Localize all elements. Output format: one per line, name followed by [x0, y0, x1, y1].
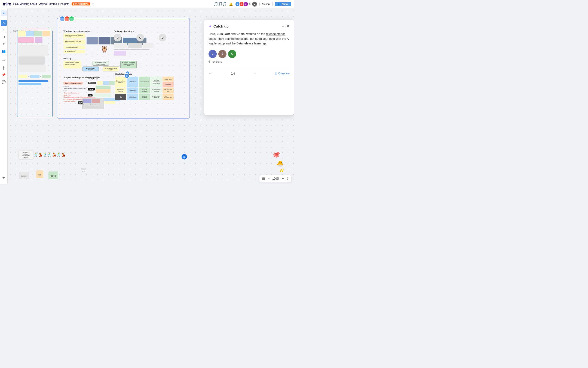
flow-node-entrypoint[interactable]: Entrypoint for Insights	[82, 67, 99, 71]
beta-label: Beta	[88, 88, 95, 91]
delivery-sticky-b1[interactable]	[114, 51, 126, 56]
goal-sticky-ga[interactable]: GA	[115, 94, 126, 100]
scope-badge-text: Board → AI canvas insights	[65, 82, 81, 84]
sidebar-people[interactable]: 👥	[1, 48, 7, 54]
toolbar-grid-icon[interactable]: ⊞	[262, 176, 265, 181]
nav-current: 2	[231, 72, 232, 75]
overview-button[interactable]: ⊡ Overview	[275, 72, 290, 75]
goal-sticky-beta[interactable]: Beta release learnings	[115, 88, 126, 93]
toolbar-zoom-out-button[interactable]: −	[267, 176, 270, 181]
sidebar-ai-sparkle[interactable]: ✦	[1, 10, 7, 16]
sticky-done-4[interactable]: AI Insights POC	[63, 50, 85, 53]
dropdown-arrow-icon[interactable]: ▾	[92, 2, 94, 5]
ga-sticky-scope[interactable]	[93, 93, 111, 97]
sidebar-add[interactable]: +	[1, 175, 7, 181]
sidebar-pen[interactable]: ✏	[1, 58, 7, 64]
present-button[interactable]: Present	[259, 2, 273, 6]
miro-logo: miro	[3, 2, 11, 7]
sticky-next-1[interactable]: Board Insights UX for mirrorer release	[63, 61, 81, 68]
nav-indicator: 2/4	[231, 72, 235, 75]
mironeer-sticky-1[interactable]	[97, 81, 103, 85]
link-scope[interactable]: scope	[240, 37, 248, 40]
avatar-user3: J	[243, 2, 248, 7]
left-sidebar: ✦ ↖ ⊞ 🗒 T 👥 ✏ ╋ 📌 💬 +	[0, 8, 8, 184]
music-controls-icon[interactable]: 🎵🎵🎵	[214, 2, 227, 6]
sidebar-notes[interactable]: 🗒	[1, 34, 7, 40]
avatar-count: 3	[249, 3, 250, 5]
bell-icon: 🔔	[229, 2, 233, 6]
goal-sticky-ux1[interactable]: UX feedback	[127, 77, 138, 87]
mini-diagram-2	[19, 56, 45, 65]
i-care-text: I care for:	[81, 168, 87, 173]
delivery-sticky-2[interactable]	[128, 43, 142, 48]
catchup-close-button[interactable]: ✕	[286, 24, 290, 28]
good-card[interactable]: good	[48, 171, 58, 179]
goal-sticky-ux2[interactable]: UX feedback	[127, 88, 138, 93]
topbar-right: 🎵🎵🎵 🔔 L V J 3 U Present 👥 Share	[214, 1, 291, 7]
goal-sticky-ai-perf[interactable]: AI output performance links to sticky	[151, 77, 162, 87]
mironeer-sticky-3[interactable]	[109, 81, 115, 85]
catchup-minimize-button[interactable]: −	[282, 24, 284, 28]
goal-sticky-beta-tars[interactable]: Beta TARS/use-case	[163, 88, 174, 93]
flow-node-temp[interactable]: Temporary storage of insights	[103, 67, 119, 71]
sidebar-ruler[interactable]: ╋	[1, 65, 7, 71]
overview-icon: ⊡	[275, 72, 277, 75]
sidebar-divider-1	[2, 18, 6, 18]
good-text: good	[51, 174, 56, 177]
sticky-done-1[interactable]: Creating hot areas/clusters on board	[63, 34, 85, 38]
link-release-stages[interactable]: release stages	[266, 32, 286, 35]
beta-sticky-2[interactable]	[96, 89, 111, 93]
dancing-figures: 🕺💃🕺	[33, 152, 47, 157]
mironeer-stickies	[97, 81, 115, 85]
nope-card[interactable]: nope	[19, 172, 29, 179]
goal-sticky-ai-perf2[interactable]: AI performance feedback	[151, 88, 162, 93]
sidebar-text[interactable]: T	[1, 41, 7, 47]
nope-text: nope	[21, 175, 27, 177]
mironeer-sticky-2[interactable]	[103, 81, 109, 85]
goal-sticky-tars3[interactable]: TARS/use-case	[163, 94, 174, 100]
share-icon: 👥	[278, 3, 281, 5]
delivery-bottom-stickies	[114, 51, 180, 56]
flow-node-insights[interactable]: Making insights in people centric	[93, 61, 109, 66]
ok-card[interactable]: ok	[36, 170, 43, 178]
mini-diagram-1	[19, 45, 48, 56]
catchup-panel: ✦ Catch up − ✕ Here, Luis, Jeff and Chel…	[204, 20, 294, 115]
nav-next-button[interactable]: →	[253, 71, 257, 76]
sidebar-select-tool[interactable]: ↖	[1, 20, 7, 26]
collaborators-avatars: L V J 3	[235, 2, 250, 7]
current-user-avatar: U	[252, 1, 257, 7]
flow-node-provide[interactable]: Provide AI generated insight for each ho…	[120, 61, 137, 68]
goal-sticky-ai-fail[interactable]: AI output fail rate	[139, 77, 150, 87]
goal-sticky-display[interactable]: display rates	[163, 77, 174, 82]
done-stickies: Creating hot areas/clusters on board Mak…	[63, 34, 85, 54]
screenshot-item-2	[92, 99, 100, 103]
beta-sticky-1[interactable]	[96, 86, 111, 89]
share-button[interactable]: 👥 Share	[275, 2, 291, 6]
goal-display-click: display rates Click rates	[163, 77, 174, 87]
goal-sticky-ai-output2[interactable]: AI output feedback	[139, 88, 150, 93]
goal-sticky-click[interactable]: Click rates	[163, 82, 174, 87]
mini-sticky-5	[18, 37, 34, 43]
goal-sticky-ai-output3[interactable]: AI output feedback	[139, 94, 150, 100]
sidebar-chat[interactable]: 💬	[1, 79, 7, 85]
goal-sticky-mironeer[interactable]: Mironeer release learnings	[115, 77, 126, 87]
delivery-stickies	[114, 43, 180, 48]
goal-sticky-ai-perf3[interactable]: AI performance feedback	[151, 94, 162, 100]
delivery-sticky-3[interactable]	[143, 43, 154, 48]
sidebar-frames[interactable]: ⊞	[1, 27, 7, 33]
mini-sticky-2	[26, 31, 34, 36]
nav-prev-button[interactable]: ←	[209, 71, 213, 76]
scope-badge: Board → AI canvas insights	[63, 82, 83, 85]
owl-mascot: 🦉	[101, 46, 108, 53]
delivery-sticky-1[interactable]	[114, 43, 127, 48]
quality-text: Quality of output: Meaningful (helpful)	[19, 150, 33, 159]
goal-sticky-ux3[interactable]: UX feedback	[127, 94, 138, 100]
toolbar-zoom-in-button[interactable]: +	[281, 176, 284, 181]
notifications-bell[interactable]: 🔔	[229, 2, 233, 7]
section-next: Next up... Board Insights UX for mirrore…	[63, 57, 137, 71]
sticky-done-2[interactable]: Making clusters the right size	[63, 40, 85, 44]
sticky-done-3[interactable]: Highlighting clusters	[63, 46, 85, 49]
mini-bar-2	[19, 83, 41, 85]
toolbar-help-icon[interactable]: ?	[286, 176, 289, 181]
sidebar-pin[interactable]: 📌	[1, 72, 7, 78]
